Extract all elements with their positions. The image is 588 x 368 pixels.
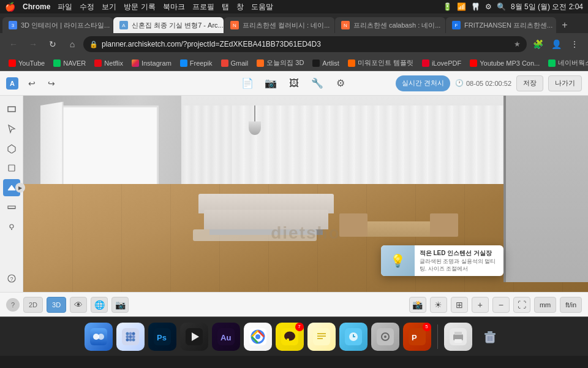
redo-button[interactable]: ↪ bbox=[43, 75, 60, 92]
tab-fritz2[interactable]: N 프리츠한센 calabash : 네이... × bbox=[335, 17, 445, 33]
eye-view-button[interactable]: 👁 bbox=[70, 297, 87, 313]
kakao-badge: 7 bbox=[295, 323, 304, 331]
dock-sysprefs[interactable] bbox=[371, 323, 399, 351]
bookmark-naverworks[interactable]: 네이버웍스 (NAVER... bbox=[545, 57, 588, 69]
zoom-in-button[interactable]: + bbox=[472, 297, 489, 313]
forward-button[interactable]: → bbox=[24, 36, 42, 53]
tab-3d-interior[interactable]: 3 3D 인테리어 | 라이프스타일... × bbox=[2, 17, 113, 33]
tab-fritz3[interactable]: F FRITZHANSEN 프리츠한센... × bbox=[446, 17, 556, 33]
bookmark-ytmp3[interactable]: Youtube MP3 Con... bbox=[466, 57, 543, 69]
bookmark-star-icon[interactable]: ★ bbox=[514, 40, 521, 48]
fullscreen-button[interactable]: ⛶ bbox=[513, 297, 530, 313]
dock-trash[interactable] bbox=[476, 323, 504, 351]
address-bar[interactable]: 🔒 planner.archisketch.com/?projectId=ZEd… bbox=[83, 36, 527, 52]
menu-edit[interactable]: 수정 bbox=[80, 2, 94, 12]
realtime-preview-button[interactable]: 실시간 견처시 bbox=[396, 75, 450, 91]
sidebar-wall-tool[interactable] bbox=[3, 101, 20, 118]
unit-mm-button[interactable]: mm bbox=[534, 297, 556, 313]
home-button[interactable]: ⌂ bbox=[64, 36, 81, 53]
dock-powerpoint[interactable]: P 5 bbox=[403, 323, 431, 351]
dock-chrome[interactable] bbox=[244, 323, 272, 351]
svg-point-10 bbox=[98, 334, 104, 340]
back-button[interactable]: ← bbox=[5, 36, 22, 53]
sidebar-3d-box-tool[interactable] bbox=[3, 140, 20, 157]
control-center-icon[interactable]: ⚙ bbox=[485, 2, 492, 11]
zoom-out-button[interactable]: − bbox=[492, 297, 510, 313]
sidebar-cube-tool[interactable] bbox=[3, 159, 20, 177]
camera-view-button[interactable]: 📷 bbox=[111, 297, 129, 313]
menu-help[interactable]: 도움말 bbox=[251, 2, 273, 12]
dock-photoshop[interactable]: Ps bbox=[148, 323, 176, 351]
sidebar-panel-tool[interactable] bbox=[3, 199, 20, 216]
sidebar-help-button[interactable]: ? bbox=[3, 270, 20, 287]
dock-finder[interactable] bbox=[85, 323, 113, 351]
right-mirror-frame bbox=[503, 96, 588, 282]
sidebar-shapes-tool[interactable]: ▶ bbox=[3, 179, 20, 196]
menu-window[interactable]: 창 bbox=[236, 2, 244, 12]
menu-history[interactable]: 방문 기록 bbox=[124, 2, 155, 12]
bookmark-naverworks-label: 네이버웍스 (NAVER... bbox=[558, 58, 588, 67]
image-button[interactable]: 🖼 bbox=[285, 74, 303, 93]
reload-button[interactable]: ↻ bbox=[44, 36, 61, 53]
dock-finalcut[interactable] bbox=[180, 323, 208, 351]
svg-point-16 bbox=[129, 335, 132, 338]
bookmark-youtube[interactable]: YouTube bbox=[5, 57, 48, 69]
menu-view[interactable]: 보기 bbox=[102, 2, 116, 12]
menu-profile[interactable]: 프로필 bbox=[192, 2, 214, 12]
dock-audition[interactable]: Au bbox=[212, 323, 240, 351]
menu-file[interactable]: 파일 bbox=[58, 2, 72, 12]
tab-label-3: 프리츠한센 calabash : 네이... bbox=[353, 21, 440, 30]
new-tab-button[interactable]: + bbox=[557, 17, 573, 33]
bookmark-netflix[interactable]: Netflix bbox=[91, 57, 127, 69]
dock-launchpad[interactable] bbox=[116, 323, 145, 351]
search-icon[interactable]: 🔍 bbox=[497, 2, 506, 11]
help-circle-button[interactable]: ? bbox=[6, 298, 20, 312]
mac-dock: Ps Au 7 bbox=[0, 316, 588, 356]
bookmark-3d[interactable]: 오늘의집 3D bbox=[253, 57, 307, 69]
bookmark-ilovepdf[interactable]: iLovePDF bbox=[418, 57, 465, 69]
ad-popup[interactable]: 💡 적은 LED 인스텐선 거실장 글라색된 조명과 실용석의 멀티 팅. 사이… bbox=[381, 245, 503, 276]
dock-printer[interactable] bbox=[444, 323, 472, 351]
tab-fritz1[interactable]: N 프리츠한센 컬러비시 : 네이... × bbox=[224, 17, 334, 33]
dock-memo[interactable] bbox=[307, 323, 336, 351]
exit-button[interactable]: 나가기 bbox=[548, 75, 582, 91]
bookmark-gmail[interactable]: Gmail bbox=[217, 57, 252, 69]
sidebar-cursor-tool[interactable] bbox=[3, 120, 20, 137]
bookmark-miropoint[interactable]: 미워포인트 템플릿 bbox=[344, 57, 417, 69]
bookmark-freepik[interactable]: Freepik bbox=[176, 57, 216, 69]
grid-button[interactable]: ⊞ bbox=[451, 297, 468, 313]
menu-dots-button[interactable]: ⋮ bbox=[566, 36, 583, 53]
menu-tab[interactable]: 탭 bbox=[222, 2, 229, 12]
svg-point-41 bbox=[384, 335, 386, 338]
camera-button[interactable]: 📷 bbox=[262, 74, 280, 93]
globe-view-button[interactable]: 🌐 bbox=[91, 297, 108, 313]
brightness-button[interactable]: ☀ bbox=[430, 297, 447, 313]
dock-kakao[interactable]: 7 bbox=[276, 323, 304, 351]
3d-mode-button[interactable]: 3D bbox=[47, 297, 66, 313]
battery-icon: 🔋 bbox=[443, 2, 452, 11]
3d-canvas[interactable]: dietsho 💡 적은 LED 인스텐선 거실장 글라색된 조명과 실용석의 … bbox=[23, 96, 588, 292]
tab-active-project[interactable]: A 신혼집 최종 기실 변형7 - Arc... × bbox=[113, 17, 224, 33]
extensions-button[interactable]: 🧩 bbox=[529, 36, 546, 53]
undo-button[interactable]: ↩ bbox=[23, 75, 40, 92]
2d-mode-button[interactable]: 2D bbox=[23, 297, 43, 313]
settings-wrench-button[interactable]: 🔧 bbox=[308, 74, 326, 93]
app-name[interactable]: Chrome bbox=[23, 2, 50, 11]
sidebar-light-tool[interactable] bbox=[3, 218, 20, 236]
gear-settings-button[interactable]: ⚙ bbox=[331, 74, 350, 93]
apple-menu[interactable]: 🍎 bbox=[5, 2, 15, 12]
bookmark-instagram[interactable]: Instagram bbox=[128, 57, 175, 69]
menu-bookmarks[interactable]: 북마크 bbox=[163, 2, 185, 12]
profile-button[interactable]: 👤 bbox=[548, 36, 565, 53]
gmail-favicon bbox=[221, 59, 228, 67]
dock-reminder[interactable] bbox=[339, 323, 368, 351]
new-document-button[interactable]: 📄 bbox=[238, 74, 257, 93]
screenshot-button[interactable]: 📸 bbox=[409, 297, 426, 313]
bookmark-artlist[interactable]: Artlist bbox=[309, 57, 343, 69]
sidebar-expand-arrow[interactable]: ▶ bbox=[15, 183, 25, 193]
netflix-favicon bbox=[94, 59, 102, 67]
save-button[interactable]: 저장 bbox=[516, 75, 543, 91]
photoshop-icon: Ps bbox=[154, 328, 171, 345]
bookmark-naver[interactable]: NAVER bbox=[50, 57, 89, 69]
unit-ftin-button[interactable]: ft/in bbox=[560, 297, 582, 313]
